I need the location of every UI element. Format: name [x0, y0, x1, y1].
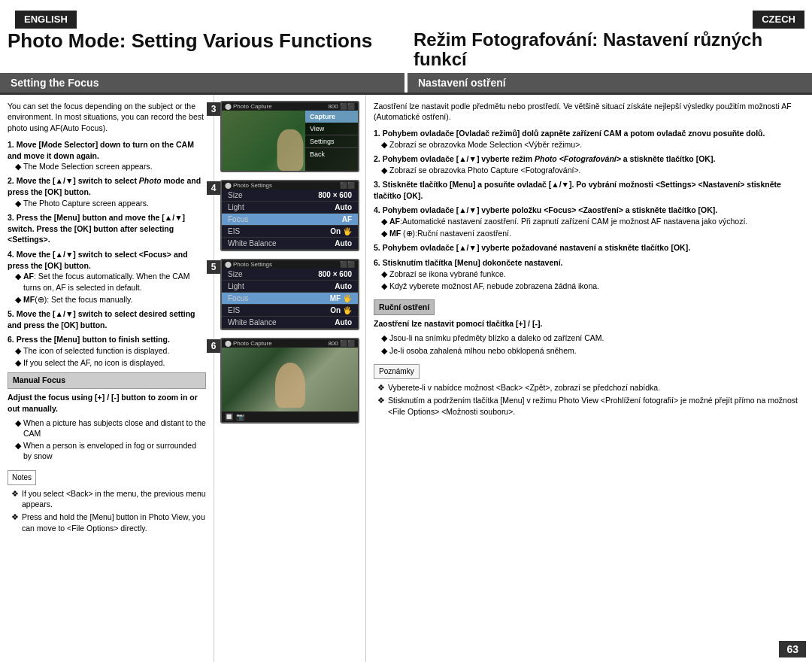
note-1: ❖ If you select <Back> in the menu, the …	[11, 488, 206, 509]
screen-number-6: 6	[207, 339, 220, 353]
menu-item-view: View	[305, 123, 358, 135]
screen-5: 5 ⬤ Photo Settings ⬛⬛ Size 800 × 600	[220, 259, 359, 330]
person-silhouette-6	[275, 363, 305, 408]
title-english: Photo Mode: Setting Various Functions	[8, 30, 398, 70]
cz-bullet-4-1: ◆ AF:Automatické nastavení zaostření. Př…	[381, 216, 804, 226]
cz-bullet-6-1: ◆ Zobrazí se ikona vybrané funkce.	[381, 269, 804, 279]
settings-row-light-5: Light Auto	[222, 281, 358, 293]
cz-mf-bullet-1: ◆ Jsou-li na snímku předměty blízko a da…	[381, 333, 804, 343]
bullet-4-1: ◆ AF: Set the focus automatically. When …	[15, 271, 206, 292]
page-number: 63	[779, 641, 806, 657]
titles-row: Photo Mode: Setting Various Functions Re…	[0, 29, 812, 73]
step-3: 3. Press the [Menu] button and move the …	[8, 212, 206, 245]
manual-focus-header: Manual Focus	[8, 372, 206, 388]
cz-mf-bullet-2: ◆ Je-li osoba zahalená mlhou nebo obklop…	[381, 345, 804, 356]
page-wrapper: ENGLISH CZECH Photo Mode: Setting Variou…	[0, 0, 812, 662]
czech-step-3: 3. Stiskněte tlačítko [Menu] a posuňte o…	[374, 179, 804, 201]
cz-bullet-2-1: ◆ Zobrazí se obrazovka Photo Capture <Fo…	[381, 165, 804, 175]
english-content: You can set the focus depending on the s…	[0, 95, 214, 662]
cam-photo-6	[222, 348, 358, 411]
menu-item-settings: Settings	[305, 135, 358, 148]
czech-step-4: 4. Pohybem ovladače [▲/▼] vyberte položk…	[374, 205, 804, 238]
cam-bottom-bar-6: 🔲 📷	[222, 411, 358, 422]
section-headers: Setting the Focus Nastavení ostření	[0, 73, 812, 93]
cam-screen-4: ⬤ Photo Settings ⬛⬛ Size 800 × 600 Light…	[220, 180, 359, 251]
mf-bullet-1: ◆ When a picture has subjects close and …	[15, 418, 206, 439]
cam-photo-3: Capture View Settings Back	[222, 111, 358, 171]
czech-intro: Zaostření lze nastavit podle předmětu ne…	[374, 101, 804, 123]
czech-step-5: 5. Pohybem ovladače [▲/▼] vyberte požado…	[374, 242, 804, 254]
cam-screen-3: ⬤ Photo Capture 800 ⬛⬛ Capture View	[220, 101, 359, 172]
cam-screen-5: ⬤ Photo Settings ⬛⬛ Size 800 × 600 Light…	[220, 259, 359, 330]
cam-settings-4: Size 800 × 600 Light Auto Focus AF EIS	[222, 190, 358, 250]
bullet-2-1: ◆ The Photo Capture screen appears.	[15, 198, 206, 208]
poznamky-label: Poznámky	[374, 364, 420, 380]
english-intro: You can set the focus depending on the s…	[8, 101, 206, 134]
lang-badges-row: ENGLISH CZECH	[0, 0, 812, 29]
english-side-top: ENGLISH	[8, 5, 406, 29]
settings-row-size-5: Size 800 × 600	[222, 269, 358, 281]
czech-step-6: 6. Stisknutím tlačítka [Menu] dokončete …	[374, 257, 804, 291]
settings-row-wb-5: White Balance Auto	[222, 317, 358, 329]
czech-side-top: CZECH	[406, 5, 804, 29]
czech-content: Zaostření lze nastavit podle předmětu ne…	[366, 95, 812, 662]
settings-row-light-4: Light Auto	[222, 202, 358, 214]
screen-number-3: 3	[207, 102, 220, 116]
section-czech: Nastavení ostření	[408, 73, 812, 93]
person-silhouette-3	[277, 129, 303, 171]
bullet-6-2: ◆ If you select the AF, no icon is displ…	[15, 357, 206, 368]
note-2: ❖ Press and hold the [Menu] button in Ph…	[11, 512, 206, 533]
settings-row-eis-5: EIS On 🖐	[222, 305, 358, 317]
settings-row-size-4: Size 800 × 600	[222, 190, 358, 202]
cam-screen-6: ⬤ Photo Capture 800 ⬛⬛ 🔲 📷	[220, 338, 359, 424]
step-1: 1. Move [Mode Selector] down to turn on …	[8, 139, 206, 172]
section-english: Setting the Focus	[0, 73, 404, 93]
title-czech: Režim Fotografování: Nastavení různých f…	[398, 30, 804, 70]
czech-step-2: 2. Pohybem ovladače [▲/▼] vyberte režim …	[374, 153, 804, 175]
cam-menu-3: Capture View Settings Back	[305, 111, 358, 171]
menu-item-back: Back	[305, 148, 358, 160]
cz-note-1: ❖ Vyberete-li v nabídce možnost <Back> <…	[377, 382, 804, 393]
bullet-1-1: ◆ The Mode Selection screen appears.	[15, 161, 206, 172]
cam-topbar-3: ⬤ Photo Capture 800 ⬛⬛	[222, 102, 358, 111]
cz-bullet-6-2: ◆ Když vyberete možnost AF, nebude zobra…	[381, 281, 804, 291]
cam-topbar-4: ⬤ Photo Settings ⬛⬛	[222, 181, 358, 190]
screen-number-4: 4	[207, 181, 220, 195]
step-5: 5. Move the [▲/▼] switch to select desir…	[8, 308, 206, 330]
notes-label: Notes	[8, 470, 36, 486]
step-2: 2. Move the [▲/▼] switch to select Photo…	[8, 175, 206, 208]
cz-bullet-4-2: ◆ MF (⊕):Ruční nastavení zaostření.	[381, 228, 804, 238]
center-screens: 3 ⬤ Photo Capture 800 ⬛⬛	[214, 95, 366, 662]
screen-6: 6 ⬤ Photo Capture 800 ⬛⬛ 🔲	[220, 338, 359, 424]
bullet-4-2: ◆ MF(⊕): Set the focus manually.	[15, 294, 206, 305]
manual-focus-text: Adjust the focus using [+] / [-] button …	[8, 392, 206, 415]
cz-bullet-1-1: ◆ Zobrazí se obrazovka Mode Selection <V…	[381, 139, 804, 150]
screen-3: 3 ⬤ Photo Capture 800 ⬛⬛	[220, 101, 359, 172]
mf-bullet-2: ◆ When a person is enveloped in fog or s…	[15, 440, 206, 461]
cz-note-2: ❖ Stisknutím a podržením tlačítka [Menu]…	[377, 395, 804, 416]
cz-manual-focus-text: Zaostření lze nastavit pomocí tlačítka […	[374, 318, 804, 329]
step-6: 6. Press the [Menu] button to finish set…	[8, 334, 206, 368]
settings-row-eis-4: EIS On 🖐	[222, 226, 358, 238]
czech-badge: CZECH	[753, 11, 804, 29]
cam-topbar-6: ⬤ Photo Capture 800 ⬛⬛	[222, 339, 358, 348]
english-badge: ENGLISH	[15, 11, 77, 29]
main-content: You can set the focus depending on the s…	[0, 95, 812, 662]
menu-item-capture: Capture	[305, 111, 358, 123]
settings-row-wb-4: White Balance Auto	[222, 238, 358, 250]
header: ENGLISH CZECH Photo Mode: Setting Variou…	[0, 0, 812, 95]
screen-4: 4 ⬤ Photo Settings ⬛⬛ Size 800 × 600	[220, 180, 359, 251]
settings-row-focus-4: Focus AF	[222, 214, 358, 226]
cam-settings-5: Size 800 × 600 Light Auto Focus MF 🖐	[222, 269, 358, 329]
bullet-6-1: ◆ The icon of selected function is displ…	[15, 345, 206, 356]
screen-number-5: 5	[207, 260, 220, 274]
rucni-ostreni-header: Ruční ostření	[374, 299, 435, 315]
settings-row-focus-5: Focus MF 🖐	[222, 293, 358, 305]
czech-step-1: 1. Pohybem ovladače [Ovladač režimů] dol…	[374, 128, 804, 150]
step-4: 4. Move the [▲/▼] switch to select <Focu…	[8, 249, 206, 305]
cam-topbar-5: ⬤ Photo Settings ⬛⬛	[222, 260, 358, 269]
